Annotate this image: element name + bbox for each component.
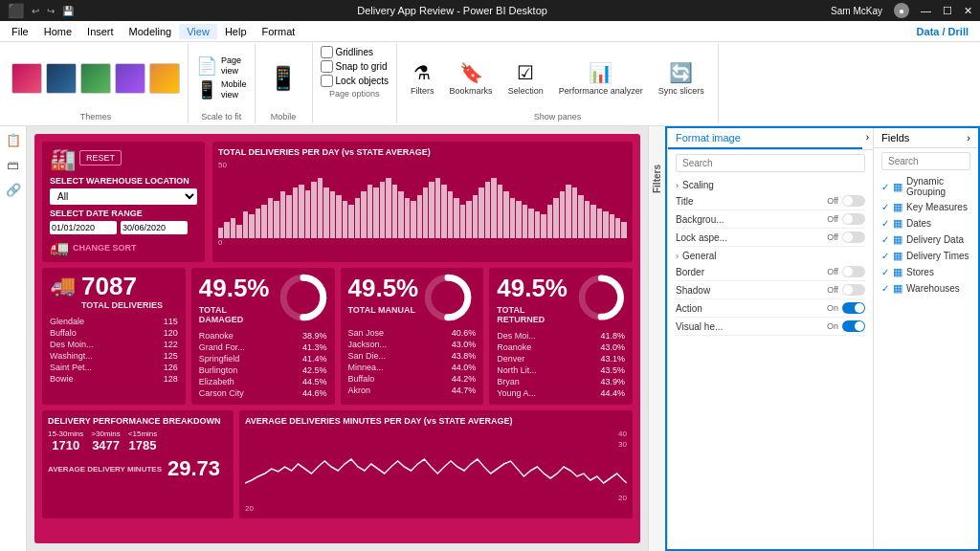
user-avatar[interactable]: ●: [894, 3, 909, 18]
general-section[interactable]: › General: [676, 247, 865, 263]
list-item: Des Moin...122: [50, 339, 178, 350]
fields-arrow[interactable]: ›: [967, 132, 970, 143]
bottom-row: DELIVERY PERFORMANCE BREAKDOWN 15-30mins…: [42, 410, 633, 518]
lock-objects-checkbox[interactable]: Lock objects: [321, 75, 390, 87]
date-to-input[interactable]: [121, 221, 188, 234]
shadow-toggle[interactable]: Off: [827, 284, 865, 296]
panel-header: Format image ›: [668, 128, 873, 150]
filters-sidebar[interactable]: Filters: [648, 126, 665, 551]
scaling-chevron: ›: [676, 181, 679, 190]
menu-home[interactable]: Home: [36, 24, 79, 39]
background-toggle[interactable]: Off: [827, 213, 865, 225]
field-label: Delivery Times: [906, 251, 969, 261]
menu-format[interactable]: Format: [255, 24, 303, 39]
theme-2[interactable]: [46, 63, 77, 94]
background-toggle-label: Backgrou...: [676, 214, 724, 225]
lock-aspect-pill[interactable]: [842, 231, 865, 243]
format-search-input[interactable]: [676, 154, 865, 172]
selection-pane-btn[interactable]: ☑ Selection: [502, 59, 549, 98]
maximize-btn[interactable]: ☐: [943, 5, 952, 17]
action-toggle-pill[interactable]: [842, 302, 865, 314]
theme-5[interactable]: [149, 63, 180, 94]
lock-aspect-toggle[interactable]: Off: [827, 231, 865, 243]
field-delivery-data[interactable]: ✓ ▦ Delivery Data: [874, 231, 978, 248]
list-item: Carson City44.6%: [199, 387, 327, 399]
sync-slicers-btn[interactable]: 🔄 Sync slicers: [653, 59, 710, 98]
border-toggle[interactable]: Off: [827, 266, 865, 277]
left-sidebar: 📋 🗃 🔗: [0, 126, 27, 551]
field-label: Warehouses: [906, 283, 960, 294]
mobile-layout-btn[interactable]: 📱: [269, 46, 298, 110]
menu-view[interactable]: View: [179, 24, 217, 39]
shadow-toggle-label: Shadow: [676, 285, 710, 296]
field-label: Key Measures: [906, 202, 968, 212]
returned-pct: 49.5%: [497, 274, 572, 303]
menu-insert[interactable]: Insert: [79, 24, 122, 39]
title-toggle[interactable]: Off: [827, 195, 865, 207]
field-key-measures[interactable]: ✓ ▦ Key Measures: [874, 199, 978, 215]
scaling-section[interactable]: › Scaling: [676, 176, 865, 192]
panel-arrow[interactable]: ›: [862, 128, 873, 149]
visual-header-pill[interactable]: [842, 320, 865, 332]
page-view-btn[interactable]: 📄 Pageview: [196, 55, 247, 77]
field-dates[interactable]: ✓ ▦ Dates: [874, 215, 978, 231]
model-icon[interactable]: 🔗: [4, 180, 23, 199]
check-icon: ✓: [881, 283, 889, 294]
undo-icon[interactable]: ↩: [32, 6, 39, 16]
action-toggle[interactable]: On: [827, 302, 865, 314]
change-sort-label[interactable]: CHANGE SORT: [73, 243, 137, 253]
manual-list: San Jose40.6% Jackson...43.0% San Die...…: [348, 327, 477, 396]
line-chart-svg: [245, 440, 627, 502]
line-chart-bottom: 20: [245, 504, 627, 513]
date-from-input[interactable]: [50, 221, 117, 234]
performance-analyzer-btn[interactable]: 📊 Performance analyzer: [553, 59, 649, 98]
title-bar-right: Sam McKay ● — ☐ ✕: [831, 3, 972, 18]
filters-pane-btn[interactable]: ⚗ Filters: [405, 59, 440, 98]
filters-label[interactable]: Filters: [652, 165, 662, 193]
show-panes-buttons: ⚗ Filters 🔖 Bookmarks ☑ Selection 📊 Perf…: [405, 46, 710, 110]
table-icon: ▦: [893, 250, 902, 262]
background-toggle-pill[interactable]: [842, 213, 865, 225]
close-btn[interactable]: ✕: [964, 5, 972, 17]
report-icon[interactable]: 📋: [4, 130, 23, 149]
menu-file[interactable]: File: [4, 24, 36, 39]
title-toggle-label: Title: [676, 196, 694, 207]
line-mid: 30: [618, 440, 627, 449]
field-stores[interactable]: ✓ ▦ Stores: [874, 264, 978, 280]
visual-header-toggle[interactable]: On: [827, 320, 865, 332]
border-toggle-row: Border Off: [676, 263, 865, 281]
theme-3[interactable]: [80, 63, 111, 94]
menu-data-drill[interactable]: Data / Drill: [909, 24, 976, 39]
field-delivery-times[interactable]: ✓ ▦ Delivery Times: [874, 248, 978, 264]
kpi-total-manual: 49.5% TOTAL MANUAL San Jose40.6% Jackson…: [341, 268, 484, 405]
save-icon[interactable]: 💾: [62, 6, 74, 16]
border-toggle-pill[interactable]: [842, 266, 865, 277]
field-warehouses[interactable]: ✓ ▦ Warehouses: [874, 280, 978, 297]
mobile-view-btn[interactable]: 📱 Mobileview: [196, 79, 247, 100]
list-item: Minnea...44.0%: [348, 362, 477, 373]
gridlines-checkbox[interactable]: Gridlines: [321, 46, 390, 58]
minimize-btn[interactable]: —: [921, 5, 931, 16]
avg-label: AVERAGE DELIVERY MINUTES: [48, 465, 162, 474]
list-item: Roanoke43.0%: [497, 342, 625, 353]
reset-button[interactable]: RESET: [79, 150, 122, 165]
border-toggle-label: Border: [676, 267, 704, 277]
snap-to-grid-checkbox[interactable]: Snap to grid: [321, 60, 390, 73]
data-icon[interactable]: 🗃: [4, 155, 23, 174]
field-dynamic-grouping[interactable]: ✓ ▦ Dynamic Grouping: [874, 174, 978, 199]
fields-search-input[interactable]: [881, 152, 970, 170]
perf-title: DELIVERY PERFORMANCE BREAKDOWN: [48, 416, 228, 426]
scale-label: Scale to fit: [201, 112, 241, 121]
format-image-tab[interactable]: Format image: [668, 128, 862, 149]
menu-modeling[interactable]: Modeling: [122, 24, 180, 39]
shadow-toggle-pill[interactable]: [842, 284, 865, 296]
bookmarks-pane-btn[interactable]: 🔖 Bookmarks: [444, 59, 499, 98]
menu-help[interactable]: Help: [217, 24, 255, 39]
deliveries-label: TOTAL DELIVERIES: [81, 300, 163, 310]
theme-1[interactable]: [11, 63, 42, 94]
format-image-panel: Format image › › Scaling Title Off: [667, 128, 873, 549]
theme-4[interactable]: [115, 63, 145, 94]
redo-icon[interactable]: ↪: [47, 6, 55, 16]
title-toggle-pill[interactable]: [842, 195, 865, 207]
warehouse-select[interactable]: All: [50, 188, 197, 205]
